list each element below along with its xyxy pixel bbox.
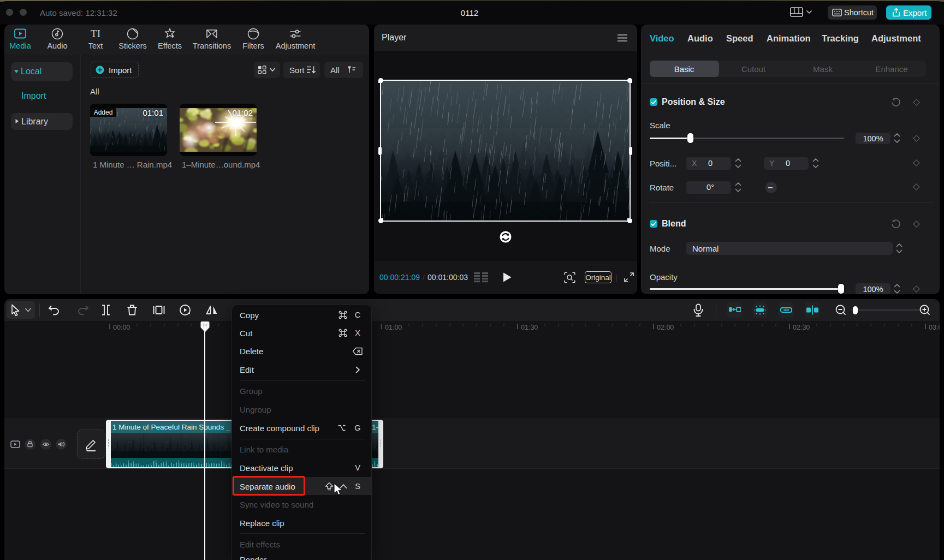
svg-text:03:00: 03:00 — [929, 324, 940, 331]
svg-text:01:30: 01:30 — [521, 324, 538, 331]
svg-text:00:00: 00:00 — [113, 324, 130, 331]
svg-text:02:30: 02:30 — [793, 324, 810, 331]
svg-text:01:00: 01:00 — [385, 324, 402, 331]
svg-text:02:00: 02:00 — [657, 324, 674, 331]
svg-text:TI: TI — [91, 28, 100, 39]
